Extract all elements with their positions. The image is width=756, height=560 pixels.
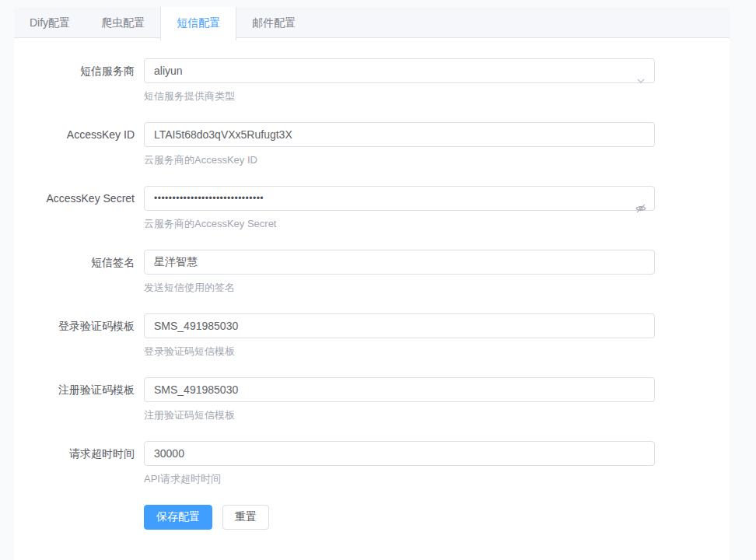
form-item-access-key-secret: AccessKey Secret 云服务商的AccessKey Secret: [14, 186, 730, 231]
sms-config-form: 短信服务商 短信服务提供商类型 AccessKey ID 云服务商的Access…: [14, 38, 730, 530]
sign-name-help: 发送短信使用的签名: [144, 281, 655, 295]
timeout-help: API请求超时时间: [144, 472, 655, 486]
provider-label: 短信服务商: [14, 58, 144, 103]
tab-crawler-config[interactable]: 爬虫配置: [86, 7, 160, 38]
form-item-register-template: 注册验证码模板 注册验证码短信模板: [14, 377, 730, 422]
register-template-help: 注册验证码短信模板: [144, 408, 655, 422]
register-template-label: 注册验证码模板: [14, 377, 144, 422]
tab-bar: Dify配置 爬虫配置 短信配置 邮件配置: [14, 7, 730, 38]
form-actions: 保存配置 重置: [144, 505, 730, 530]
form-item-timeout: 请求超时时间 API请求超时时间: [14, 441, 730, 486]
register-template-input[interactable]: [144, 377, 655, 402]
access-key-secret-label: AccessKey Secret: [14, 186, 144, 231]
provider-select[interactable]: [144, 58, 655, 83]
form-item-provider: 短信服务商 短信服务提供商类型: [14, 58, 730, 103]
sign-name-input[interactable]: [144, 250, 655, 275]
reset-button[interactable]: 重置: [222, 505, 269, 530]
form-item-access-key-id: AccessKey ID 云服务商的AccessKey ID: [14, 122, 730, 167]
tab-sms-config[interactable]: 短信配置: [160, 7, 236, 40]
access-key-id-help: 云服务商的AccessKey ID: [144, 153, 655, 167]
access-key-secret-help: 云服务商的AccessKey Secret: [144, 217, 655, 231]
chevron-down-icon: [635, 75, 647, 87]
timeout-label: 请求超时时间: [14, 441, 144, 486]
tab-dify-config[interactable]: Dify配置: [14, 7, 86, 38]
settings-card: Dify配置 爬虫配置 短信配置 邮件配置 短信服务商 短信服务提供商类型 Ac…: [14, 7, 730, 560]
tab-email-config[interactable]: 邮件配置: [236, 7, 311, 38]
timeout-input[interactable]: [144, 441, 655, 466]
save-config-button[interactable]: 保存配置: [144, 505, 212, 530]
access-key-id-label: AccessKey ID: [14, 122, 144, 167]
provider-help: 短信服务提供商类型: [144, 89, 655, 103]
login-template-input[interactable]: [144, 313, 655, 338]
sign-name-label: 短信签名: [14, 250, 144, 295]
form-item-login-template: 登录验证码模板 登录验证码短信模板: [14, 313, 730, 359]
access-key-id-input[interactable]: [144, 122, 655, 147]
access-key-secret-input[interactable]: [144, 186, 655, 211]
login-template-help: 登录验证码短信模板: [144, 345, 655, 359]
login-template-label: 登录验证码模板: [14, 313, 144, 359]
eye-off-icon[interactable]: [635, 202, 647, 215]
form-item-sign-name: 短信签名 发送短信使用的签名: [14, 250, 730, 295]
